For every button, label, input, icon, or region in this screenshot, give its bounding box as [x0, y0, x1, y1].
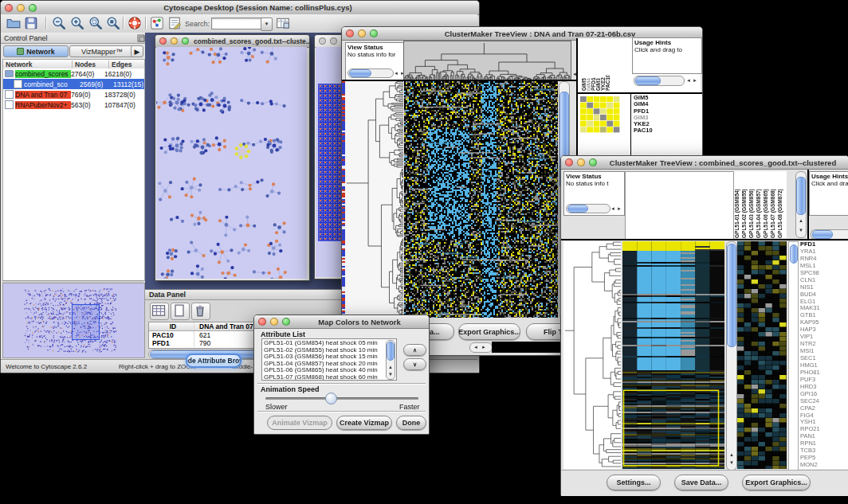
array-label-vscrollbar[interactable]: [795, 171, 807, 238]
array-dendrogram-canvas[interactable]: [403, 41, 571, 80]
attribute-list-item[interactable]: GPL51-02 (GSM855) heat shock 10 min: [264, 347, 395, 354]
gene-label[interactable]: ELG1: [800, 299, 848, 306]
move-down-button[interactable]: ∨: [403, 358, 426, 370]
gene-dendrogram-canvas[interactable]: [563, 241, 621, 469]
minimize-icon[interactable]: [171, 37, 178, 45]
zoom-selected-icon[interactable]: [88, 16, 103, 30]
gene-label[interactable]: MON2: [800, 462, 848, 469]
minimize-icon[interactable]: [358, 29, 366, 37]
gene-label[interactable]: TCB3: [800, 447, 848, 455]
close-icon[interactable]: [5, 4, 13, 12]
open-folder-icon[interactable]: [6, 16, 21, 30]
scroll-left-icon[interactable]: [610, 206, 615, 211]
array-label[interactable]: GPL51-03 (GSM856): [748, 171, 756, 238]
scrollbar-thumb[interactable]: [567, 205, 588, 213]
attribute-list-item[interactable]: GPL51-03 (GSM856) heat shock 15 min: [264, 354, 395, 361]
search-input[interactable]: [211, 18, 264, 29]
close-icon[interactable]: [319, 37, 326, 45]
scroll-down-icon[interactable]: [388, 372, 393, 377]
dialog-titlebar[interactable]: Map Colors to Network: [254, 315, 429, 329]
gene-label[interactable]: YRA1: [800, 248, 848, 256]
zoom-in-icon[interactable]: [70, 16, 84, 30]
help-lifering-icon[interactable]: [128, 16, 142, 30]
zoom-heatmap-canvas[interactable]: [580, 96, 620, 133]
gene-label[interactable]: MSL1: [800, 263, 848, 270]
close-icon[interactable]: [346, 29, 354, 37]
new-attribute-icon[interactable]: [171, 303, 190, 320]
array-label[interactable]: GPL51-06 (GSM865): [763, 171, 770, 238]
column-header-edges[interactable]: Edges: [109, 61, 144, 68]
treeview1-action-button[interactable]: Export Graphics...: [458, 323, 520, 340]
column-header-network[interactable]: Network: [3, 61, 73, 68]
zoom-window-icon[interactable]: [589, 158, 597, 166]
vizmap-icon[interactable]: [150, 16, 164, 30]
close-icon[interactable]: [159, 37, 167, 45]
close-icon[interactable]: [258, 318, 266, 326]
annotation-icon[interactable]: [167, 16, 182, 30]
scrollbar-thumb[interactable]: [727, 244, 736, 347]
gene-label[interactable]: MAK31: [800, 305, 848, 312]
dialog-action-button[interactable]: Create Vizmap: [336, 416, 392, 430]
attribute-table-icon[interactable]: [150, 303, 169, 320]
gene-label[interactable]: SEC1: [800, 355, 848, 362]
gene-label[interactable]: GPI16: [800, 391, 848, 398]
treeview2-action-button[interactable]: Export Graphics...: [742, 475, 811, 490]
scroll-down-icon[interactable]: [799, 228, 803, 232]
animation-speed-slider-thumb[interactable]: [325, 393, 337, 404]
zoom-window-icon[interactable]: [182, 37, 189, 45]
scroll-right-icon[interactable]: [481, 345, 486, 350]
scrollbar-thumb[interactable]: [635, 76, 661, 85]
zoom-window-icon[interactable]: [29, 4, 37, 12]
gene-label[interactable]: GTB1: [800, 312, 848, 319]
search-dropdown-icon[interactable]: ▼: [261, 18, 273, 31]
network-table-row[interactable]: combined_scores 2764(0) 16218(0): [3, 68, 144, 79]
scrollbar-thumb[interactable]: [812, 230, 833, 239]
column-header-nodes[interactable]: Nodes: [73, 61, 109, 68]
attribute-list-item[interactable]: GPL51-04 (GSM857) heat shock 20 min: [264, 361, 395, 368]
plugin-table-icon[interactable]: [276, 16, 290, 30]
zoom-vscrollbar[interactable]: [788, 241, 799, 471]
close-icon[interactable]: [565, 158, 573, 166]
network-table-row[interactable]: combined_sco 2569(6) 13112(15): [3, 79, 144, 89]
gene-label[interactable]: HRD3: [800, 384, 848, 391]
gene-label[interactable]: RPO21: [800, 426, 848, 433]
gene-label[interactable]: SEC24: [800, 398, 848, 405]
gene-label[interactable]: YSH1: [800, 419, 848, 426]
zoom-window-icon[interactable]: [282, 318, 290, 326]
network-graph-canvas[interactable]: [156, 47, 307, 279]
gene-label[interactable]: SPC98: [800, 270, 848, 277]
network-table-row[interactable]: DNA and Tran 07 769(0) 183728(0): [3, 89, 144, 100]
zoom-window-icon[interactable]: [370, 29, 378, 37]
zoom-out-icon[interactable]: [52, 16, 66, 30]
column-header-id[interactable]: ID: [149, 322, 194, 330]
gene-label[interactable]: NTR2: [800, 341, 848, 348]
gene-label[interactable]: PUF3: [800, 377, 848, 384]
gene-label[interactable]: VIP1: [800, 334, 848, 341]
minimize-icon[interactable]: [330, 37, 337, 45]
view-status-scrollbar[interactable]: [347, 68, 394, 78]
minimize-icon[interactable]: [17, 4, 25, 12]
gene-label[interactable]: HMG1: [800, 362, 848, 369]
bottom-scrollbar[interactable]: [469, 342, 493, 353]
global-heatmap-canvas[interactable]: [622, 241, 724, 469]
attribute-list-item[interactable]: GPL51-06 (GSM865) heat shock 40 min: [264, 367, 395, 374]
gene-label[interactable]: FIG4: [800, 412, 848, 420]
attribute-list-scrollbar[interactable]: [386, 340, 395, 380]
treeview2-action-button[interactable]: Save Data...: [674, 475, 728, 490]
scroll-right-icon[interactable]: [617, 206, 622, 211]
gene-label[interactable]: NIS1: [800, 284, 848, 291]
tab-overflow-button[interactable]: ▶: [131, 45, 143, 57]
scrollbar-thumb[interactable]: [349, 69, 371, 77]
scrollbar-thumb[interactable]: [790, 244, 798, 264]
minimize-icon[interactable]: [577, 158, 585, 166]
scrollbar-thumb[interactable]: [387, 342, 395, 361]
delete-attribute-trash-icon[interactable]: [191, 303, 210, 320]
global-vscrollbar[interactable]: [726, 241, 737, 471]
attribute-list-item[interactable]: GPL51-01 (GSM854) heat shock 05 min: [264, 340, 395, 347]
gene-label[interactable]: BUD4: [800, 291, 848, 299]
network-table-row[interactable]: RNAPuberNov2+ 563(0) 107847(0): [3, 100, 144, 110]
move-up-button[interactable]: ∧: [403, 344, 426, 356]
scroll-left-icon[interactable]: [686, 78, 691, 83]
control-panel-tab[interactable]: VizMapper™: [69, 45, 135, 57]
gene-label[interactable]: CPA2: [800, 405, 848, 412]
